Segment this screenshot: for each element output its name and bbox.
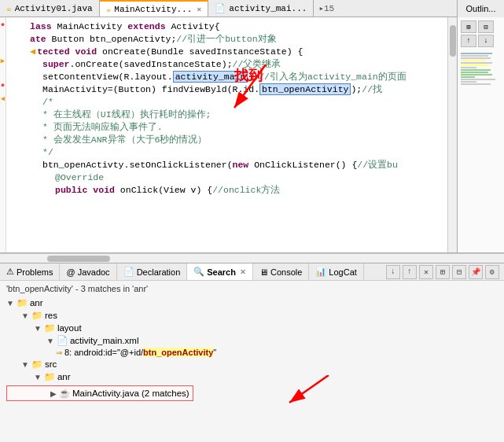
tab-activity-main[interactable]: 📄 activity_mai... xyxy=(208,0,314,17)
scrollbar-thumb[interactable] xyxy=(450,25,456,57)
code-editor[interactable]: 找到 lass MainAct xyxy=(6,17,447,252)
tab-console[interactable]: 🖥 Console xyxy=(253,263,309,280)
console-icon: 🖥 xyxy=(259,267,268,277)
stop-button[interactable]: ✕ xyxy=(419,265,433,279)
tab-bar: ☕ Activity01.java ☕ MainActivity... ✕ 📄 … xyxy=(0,0,504,17)
declaration-icon: 📄 xyxy=(123,267,134,277)
tree-activity-main-xml[interactable]: ▼ 📄 activity_main.xml xyxy=(6,334,498,347)
tab-logcat[interactable]: 📊 LogCat xyxy=(309,263,363,280)
code-line-5: setContentView(R.layout.activity_main);/… xyxy=(11,71,443,83)
problems-icon: ⚠ xyxy=(6,267,14,277)
result-red-arrow xyxy=(274,375,337,414)
tree-anr-sub[interactable]: ▼ 📁 anr xyxy=(6,370,498,383)
tree-root-anr[interactable]: ▼ 📁 anr xyxy=(6,297,498,309)
tree-layout[interactable]: ▼ 📁 layout xyxy=(6,322,498,334)
folder-icon-layout: 📁 xyxy=(44,322,55,333)
code-line-11: */ xyxy=(11,146,443,159)
tree-src[interactable]: ▼ 📁 src xyxy=(6,358,498,370)
bottom-toolbar-right: ↓ ↑ ✕ ⊞ ⊟ 📌 ⚙ xyxy=(386,263,504,280)
code-line-13: @Override xyxy=(11,171,443,184)
editor-wrapper: ● ▶ ● ◀ 找到 xyxy=(0,17,457,252)
horizontal-scrollbar-thumb[interactable] xyxy=(47,256,110,262)
tab-label-3: activity_mai... xyxy=(229,4,307,13)
code-line-4: super.onCreate(savedInstanceState);//父类继… xyxy=(11,58,443,71)
expand-arrow-anr: ▼ xyxy=(6,299,14,308)
editor-container: ● ▶ ● ◀ 找到 xyxy=(0,17,504,253)
code-line-3: ◀ tected void onCreate(Bundle savedInsta… xyxy=(11,46,443,58)
tab-javadoc[interactable]: @ Javadoc xyxy=(60,263,116,280)
code-line-6: MainActivity=(Button) findViewByld(R.id.… xyxy=(11,83,443,96)
bottom-tab-bar: ⚠ Problems @ Javadoc 📄 Declaration 🔍 Sea… xyxy=(0,263,504,281)
code-line-10: * 会发发生ANR异常（大于6秒的情况） xyxy=(11,134,443,146)
mainactivity-result-wrapper: ▶ ☕ MainActivity.java (2 matches) xyxy=(6,383,193,403)
tab-label: Activity01.java xyxy=(15,4,93,13)
folder-icon-src: 📁 xyxy=(31,359,42,370)
expand-arrow-xml: ▼ xyxy=(46,337,54,345)
pin-button[interactable]: 📌 xyxy=(469,265,483,279)
expand-arrow-res: ▼ xyxy=(21,311,29,320)
tab-label-active: MainActivity... xyxy=(114,5,192,14)
expand-arrow-src: ▼ xyxy=(21,360,29,369)
tree-res[interactable]: ▼ 📁 res xyxy=(6,309,498,322)
editor-scrollbar[interactable] xyxy=(447,17,457,252)
code-line-12: btn_openActivty.setOnClickListener(new O… xyxy=(11,159,443,171)
gutter-markers: ● ▶ ● ◀ xyxy=(0,17,6,252)
folder-icon-anr-sub: 📁 xyxy=(44,371,55,382)
search-summary: 'btn_openActivity' - 3 matches in 'anr' xyxy=(6,284,498,293)
search-icon: 🔍 xyxy=(193,267,204,277)
java-file-icon-tree: ☕ xyxy=(59,388,70,399)
tab-mainactivity[interactable]: ☕ MainActivity... ✕ xyxy=(100,0,209,17)
expand-arrow-mainactivity: ▶ xyxy=(50,389,57,398)
tree-match-line[interactable]: ⇒ 8: android:id="@+id/btn_openActivity" xyxy=(6,347,498,358)
javadoc-icon: @ xyxy=(66,267,75,277)
nav-down-button[interactable]: ↓ xyxy=(386,265,400,279)
horizontal-scrollbar[interactable] xyxy=(0,253,504,263)
bottom-panel: ⚠ Problems @ Javadoc 📄 Declaration 🔍 Sea… xyxy=(0,263,504,442)
outline-panel: ⊞ ⊟ ↑ ↓ xyxy=(457,17,504,252)
outline-btn-3[interactable]: ↑ xyxy=(461,35,476,47)
svg-line-3 xyxy=(289,375,329,403)
tab-problems[interactable]: ⚠ Problems xyxy=(0,263,60,280)
outline-panel-header: Outlin... xyxy=(457,0,504,17)
expand-all-button[interactable]: ⊞ xyxy=(436,265,450,279)
search-results-panel: 'btn_openActivity' - 3 matches in 'anr' … xyxy=(0,281,504,407)
xml-file-icon: 📄 xyxy=(215,3,226,13)
folder-icon-res: 📁 xyxy=(31,310,42,321)
tree-mainactivity-java[interactable]: ▶ ☕ MainActivity.java (2 matches) xyxy=(6,385,193,401)
tab-search[interactable]: 🔍 Search ✕ xyxy=(187,263,253,280)
code-line-8: * 在主线程（UI线程）执行耗时的操作; xyxy=(11,109,443,121)
outline-btn-1[interactable]: ⊞ xyxy=(461,20,476,33)
tab-activity01[interactable]: ☕ Activity01.java xyxy=(0,0,100,17)
outline-btn-4[interactable]: ↓ xyxy=(478,35,494,47)
tab-declaration[interactable]: 📄 Declaration xyxy=(117,263,188,280)
expand-arrow-anr-sub: ▼ xyxy=(34,373,42,381)
folder-icon-anr: 📁 xyxy=(17,297,28,308)
match-arrow-icon: ⇒ xyxy=(56,348,62,357)
code-area[interactable]: lass MainActivity extends Activity{ ate … xyxy=(6,17,447,200)
collapse-all-button[interactable]: ⊟ xyxy=(452,265,466,279)
tab-close-button[interactable]: ✕ xyxy=(197,5,201,14)
code-line-14: public void onClick(View v) {//onclick方法 xyxy=(11,184,443,197)
xml-file-icon-tree: 📄 xyxy=(57,335,68,346)
code-line-1: lass MainActivity extends Activity{ xyxy=(11,20,443,33)
code-line-2: ate Button btn_openActivty;//引进一个button对… xyxy=(11,33,443,46)
outline-btn-2[interactable]: ⊟ xyxy=(478,20,494,33)
settings-button[interactable]: ⚙ xyxy=(485,265,499,279)
java-file-icon-2: ☕ xyxy=(106,4,112,14)
outline-minimap xyxy=(461,52,501,86)
java-file-icon: ☕ xyxy=(6,3,12,13)
logcat-icon: 📊 xyxy=(315,267,326,277)
expand-arrow-layout: ▼ xyxy=(34,324,42,333)
nav-up-button[interactable]: ↑ xyxy=(403,265,417,279)
code-line-7: /* xyxy=(11,96,443,109)
tab-overflow[interactable]: ▸15 xyxy=(314,0,339,17)
tab-search-close[interactable]: ✕ xyxy=(240,268,246,276)
code-line-9: * 页面无法响应输入事件了. xyxy=(11,121,443,134)
